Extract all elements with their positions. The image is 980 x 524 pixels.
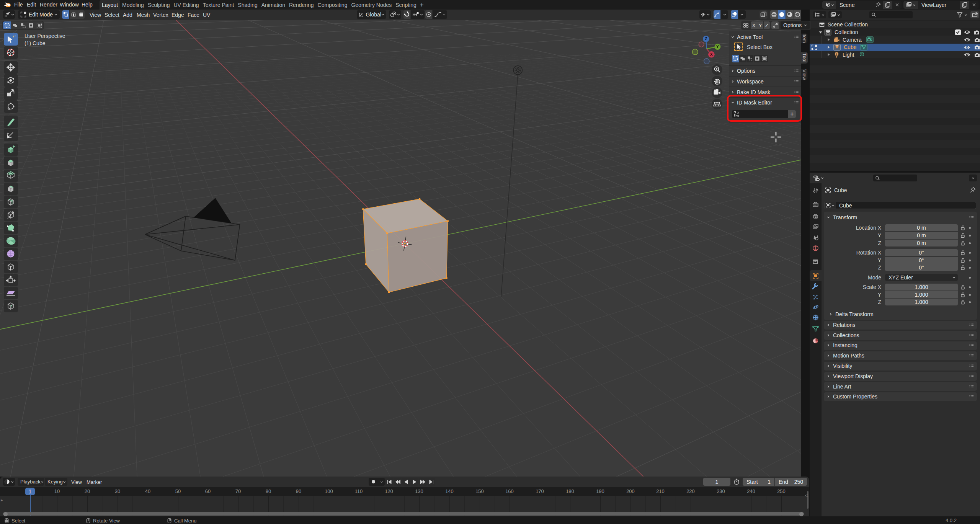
svg-text:Z: Z bbox=[705, 37, 707, 41]
svg-text:Y: Y bbox=[716, 45, 719, 49]
svg-text:X: X bbox=[710, 52, 713, 57]
